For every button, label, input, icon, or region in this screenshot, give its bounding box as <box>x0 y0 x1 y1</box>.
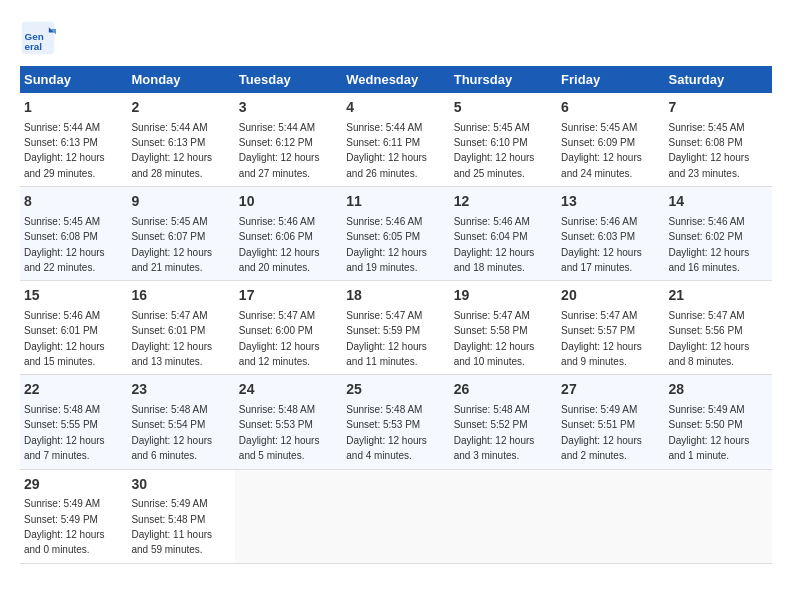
day-number: 24 <box>239 380 338 400</box>
day-number: 9 <box>131 192 230 212</box>
calendar-cell <box>342 469 449 563</box>
day-info: Sunrise: 5:48 AMSunset: 5:53 PMDaylight:… <box>239 404 320 461</box>
calendar-cell: 22 Sunrise: 5:48 AMSunset: 5:55 PMDaylig… <box>20 375 127 469</box>
calendar-cell: 30 Sunrise: 5:49 AMSunset: 5:48 PMDaylig… <box>127 469 234 563</box>
day-number: 7 <box>669 98 768 118</box>
day-number: 23 <box>131 380 230 400</box>
calendar-cell: 14 Sunrise: 5:46 AMSunset: 6:02 PMDaylig… <box>665 187 772 281</box>
day-number: 15 <box>24 286 123 306</box>
day-number: 25 <box>346 380 445 400</box>
calendar-cell: 27 Sunrise: 5:49 AMSunset: 5:51 PMDaylig… <box>557 375 664 469</box>
logo: Gen eral <box>20 20 60 56</box>
calendar-cell <box>557 469 664 563</box>
calendar-cell: 21 Sunrise: 5:47 AMSunset: 5:56 PMDaylig… <box>665 281 772 375</box>
calendar-cell: 8 Sunrise: 5:45 AMSunset: 6:08 PMDayligh… <box>20 187 127 281</box>
calendar-cell: 9 Sunrise: 5:45 AMSunset: 6:07 PMDayligh… <box>127 187 234 281</box>
day-info: Sunrise: 5:46 AMSunset: 6:03 PMDaylight:… <box>561 216 642 273</box>
day-info: Sunrise: 5:49 AMSunset: 5:48 PMDaylight:… <box>131 498 212 555</box>
calendar-cell: 11 Sunrise: 5:46 AMSunset: 6:05 PMDaylig… <box>342 187 449 281</box>
weekday-header: Saturday <box>665 66 772 93</box>
day-number: 30 <box>131 475 230 495</box>
calendar-row: 1 Sunrise: 5:44 AMSunset: 6:13 PMDayligh… <box>20 93 772 187</box>
logo-icon: Gen eral <box>20 20 56 56</box>
day-number: 18 <box>346 286 445 306</box>
calendar-cell <box>450 469 557 563</box>
weekday-header: Thursday <box>450 66 557 93</box>
calendar-cell: 7 Sunrise: 5:45 AMSunset: 6:08 PMDayligh… <box>665 93 772 187</box>
weekday-header: Wednesday <box>342 66 449 93</box>
day-number: 19 <box>454 286 553 306</box>
calendar-cell: 2 Sunrise: 5:44 AMSunset: 6:13 PMDayligh… <box>127 93 234 187</box>
day-info: Sunrise: 5:44 AMSunset: 6:13 PMDaylight:… <box>131 122 212 179</box>
day-info: Sunrise: 5:47 AMSunset: 5:58 PMDaylight:… <box>454 310 535 367</box>
day-number: 4 <box>346 98 445 118</box>
day-info: Sunrise: 5:45 AMSunset: 6:10 PMDaylight:… <box>454 122 535 179</box>
day-number: 16 <box>131 286 230 306</box>
calendar-cell: 25 Sunrise: 5:48 AMSunset: 5:53 PMDaylig… <box>342 375 449 469</box>
day-info: Sunrise: 5:49 AMSunset: 5:49 PMDaylight:… <box>24 498 105 555</box>
day-number: 13 <box>561 192 660 212</box>
day-info: Sunrise: 5:46 AMSunset: 6:05 PMDaylight:… <box>346 216 427 273</box>
calendar-cell: 10 Sunrise: 5:46 AMSunset: 6:06 PMDaylig… <box>235 187 342 281</box>
calendar-cell: 12 Sunrise: 5:46 AMSunset: 6:04 PMDaylig… <box>450 187 557 281</box>
calendar-cell <box>235 469 342 563</box>
calendar-cell: 28 Sunrise: 5:49 AMSunset: 5:50 PMDaylig… <box>665 375 772 469</box>
calendar-cell: 16 Sunrise: 5:47 AMSunset: 6:01 PMDaylig… <box>127 281 234 375</box>
day-info: Sunrise: 5:49 AMSunset: 5:50 PMDaylight:… <box>669 404 750 461</box>
calendar-cell: 1 Sunrise: 5:44 AMSunset: 6:13 PMDayligh… <box>20 93 127 187</box>
day-info: Sunrise: 5:47 AMSunset: 5:56 PMDaylight:… <box>669 310 750 367</box>
day-number: 17 <box>239 286 338 306</box>
day-info: Sunrise: 5:44 AMSunset: 6:11 PMDaylight:… <box>346 122 427 179</box>
day-info: Sunrise: 5:48 AMSunset: 5:55 PMDaylight:… <box>24 404 105 461</box>
day-info: Sunrise: 5:45 AMSunset: 6:07 PMDaylight:… <box>131 216 212 273</box>
calendar-cell: 20 Sunrise: 5:47 AMSunset: 5:57 PMDaylig… <box>557 281 664 375</box>
calendar-cell: 6 Sunrise: 5:45 AMSunset: 6:09 PMDayligh… <box>557 93 664 187</box>
day-info: Sunrise: 5:49 AMSunset: 5:51 PMDaylight:… <box>561 404 642 461</box>
calendar-cell: 5 Sunrise: 5:45 AMSunset: 6:10 PMDayligh… <box>450 93 557 187</box>
calendar-cell: 19 Sunrise: 5:47 AMSunset: 5:58 PMDaylig… <box>450 281 557 375</box>
day-number: 12 <box>454 192 553 212</box>
calendar-cell: 26 Sunrise: 5:48 AMSunset: 5:52 PMDaylig… <box>450 375 557 469</box>
calendar-cell: 17 Sunrise: 5:47 AMSunset: 6:00 PMDaylig… <box>235 281 342 375</box>
day-number: 8 <box>24 192 123 212</box>
day-number: 5 <box>454 98 553 118</box>
page-header: Gen eral <box>20 20 772 56</box>
day-number: 22 <box>24 380 123 400</box>
day-info: Sunrise: 5:47 AMSunset: 5:59 PMDaylight:… <box>346 310 427 367</box>
day-number: 3 <box>239 98 338 118</box>
calendar-cell: 15 Sunrise: 5:46 AMSunset: 6:01 PMDaylig… <box>20 281 127 375</box>
weekday-header: Friday <box>557 66 664 93</box>
calendar-row: 15 Sunrise: 5:46 AMSunset: 6:01 PMDaylig… <box>20 281 772 375</box>
day-number: 21 <box>669 286 768 306</box>
day-number: 1 <box>24 98 123 118</box>
day-number: 14 <box>669 192 768 212</box>
calendar-cell: 29 Sunrise: 5:49 AMSunset: 5:49 PMDaylig… <box>20 469 127 563</box>
weekday-header: Tuesday <box>235 66 342 93</box>
svg-text:eral: eral <box>25 41 43 52</box>
calendar-cell: 23 Sunrise: 5:48 AMSunset: 5:54 PMDaylig… <box>127 375 234 469</box>
day-info: Sunrise: 5:46 AMSunset: 6:01 PMDaylight:… <box>24 310 105 367</box>
day-info: Sunrise: 5:48 AMSunset: 5:53 PMDaylight:… <box>346 404 427 461</box>
day-number: 6 <box>561 98 660 118</box>
calendar-row: 29 Sunrise: 5:49 AMSunset: 5:49 PMDaylig… <box>20 469 772 563</box>
day-number: 2 <box>131 98 230 118</box>
calendar-cell: 3 Sunrise: 5:44 AMSunset: 6:12 PMDayligh… <box>235 93 342 187</box>
day-info: Sunrise: 5:45 AMSunset: 6:09 PMDaylight:… <box>561 122 642 179</box>
weekday-header: Monday <box>127 66 234 93</box>
calendar-cell: 24 Sunrise: 5:48 AMSunset: 5:53 PMDaylig… <box>235 375 342 469</box>
day-number: 27 <box>561 380 660 400</box>
day-info: Sunrise: 5:44 AMSunset: 6:13 PMDaylight:… <box>24 122 105 179</box>
calendar-cell <box>665 469 772 563</box>
day-info: Sunrise: 5:47 AMSunset: 5:57 PMDaylight:… <box>561 310 642 367</box>
day-info: Sunrise: 5:48 AMSunset: 5:54 PMDaylight:… <box>131 404 212 461</box>
calendar-table: SundayMondayTuesdayWednesdayThursdayFrid… <box>20 66 772 564</box>
day-number: 11 <box>346 192 445 212</box>
day-info: Sunrise: 5:46 AMSunset: 6:02 PMDaylight:… <box>669 216 750 273</box>
calendar-cell: 4 Sunrise: 5:44 AMSunset: 6:11 PMDayligh… <box>342 93 449 187</box>
calendar-row: 8 Sunrise: 5:45 AMSunset: 6:08 PMDayligh… <box>20 187 772 281</box>
day-number: 20 <box>561 286 660 306</box>
day-info: Sunrise: 5:45 AMSunset: 6:08 PMDaylight:… <box>669 122 750 179</box>
day-info: Sunrise: 5:47 AMSunset: 6:00 PMDaylight:… <box>239 310 320 367</box>
day-number: 26 <box>454 380 553 400</box>
day-info: Sunrise: 5:46 AMSunset: 6:04 PMDaylight:… <box>454 216 535 273</box>
